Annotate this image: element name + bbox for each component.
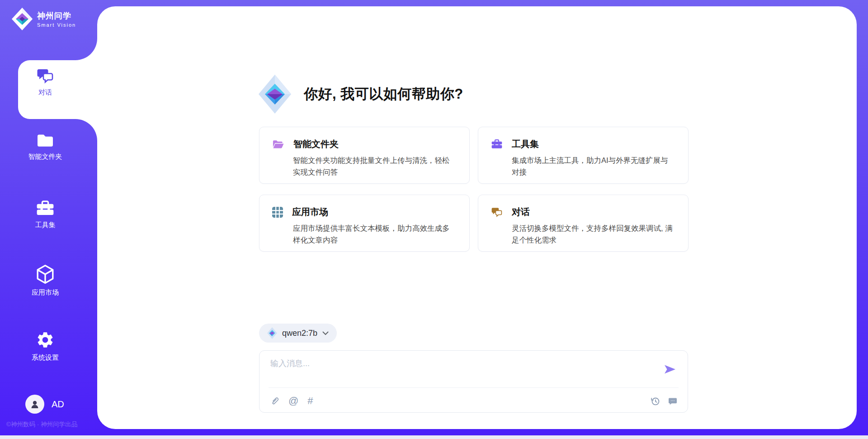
sidebar-item-settings[interactable]: 系统设置 — [0, 330, 90, 362]
card-description: 灵活切换多模型文件，支持多样回复效果调试, 满足个性化需求 — [512, 222, 675, 246]
card-description: 集成市场上主流工具，助力AI与外界无缝扩展与对接 — [512, 154, 675, 178]
card-toolset[interactable]: 工具集 集成市场上主流工具，助力AI与外界无缝扩展与对接 — [478, 127, 689, 184]
greeting: 你好, 我可以如何帮助你? — [259, 74, 463, 114]
tab-fillet-top — [75, 38, 97, 60]
folder-icon — [36, 133, 54, 148]
card-description: 智能文件夹功能支持批量文件上传与清洗，轻松实现文件问答 — [293, 154, 456, 178]
folder-open-icon — [272, 139, 284, 149]
feature-cards: 智能文件夹 智能文件夹功能支持批量文件上传与清洗，轻松实现文件问答 工具集 集成… — [259, 127, 689, 252]
sidebar: 神州问学 Smart Vision 对话 智能文 — [0, 0, 97, 439]
hashtag-icon[interactable]: # — [307, 396, 313, 406]
sidebar-item-label: 对话 — [0, 88, 90, 97]
window-bottom-edge — [0, 435, 868, 439]
card-title: 应用市场 — [292, 206, 328, 218]
sidebar-item-chat[interactable]: 对话 — [0, 68, 90, 97]
assistant-logo-icon — [259, 75, 291, 114]
mention-icon[interactable]: @ — [288, 396, 298, 406]
chat-icon — [491, 207, 503, 218]
sidebar-item-label: 应用市场 — [0, 288, 90, 297]
sidebar-item-label: 智能文件夹 — [0, 153, 90, 161]
sidebar-item-toolset[interactable]: 工具集 — [0, 200, 90, 229]
card-app-market[interactable]: 应用市场 应用市场提供丰富长文本模板，助力高效生成多样化文章内容 — [259, 195, 470, 252]
sidebar-item-label: 系统设置 — [0, 353, 90, 362]
user-profile[interactable]: AD — [25, 395, 64, 414]
card-smart-folder[interactable]: 智能文件夹 智能文件夹功能支持批量文件上传与清洗，轻松实现文件问答 — [259, 127, 470, 184]
copyright-footer: ©神州数码 · 神州问学出品 — [6, 420, 77, 429]
sidebar-item-smart-folder[interactable]: 智能文件夹 — [0, 133, 90, 161]
composer-toolbar: @ # — [270, 392, 678, 410]
card-title: 智能文件夹 — [293, 138, 339, 150]
feedback-bubble-icon[interactable] — [668, 396, 678, 406]
toolbox-icon — [491, 139, 503, 149]
chevron-down-icon — [322, 331, 329, 335]
card-title: 工具集 — [512, 138, 539, 150]
greeting-text: 你好, 我可以如何帮助你? — [304, 85, 463, 104]
card-title: 对话 — [512, 206, 530, 218]
send-button[interactable] — [664, 364, 676, 376]
send-icon — [664, 364, 676, 374]
history-icon[interactable] — [650, 396, 660, 406]
composer-divider — [269, 387, 679, 388]
gear-icon — [36, 330, 55, 349]
person-icon — [29, 399, 40, 410]
user-name: AD — [52, 399, 64, 410]
sidebar-item-app-market[interactable]: 应用市场 — [0, 264, 90, 297]
model-name: qwen2:7b — [282, 329, 317, 338]
grid-icon — [272, 207, 283, 218]
chat-icon — [36, 68, 54, 84]
model-logo-icon — [267, 327, 277, 339]
model-selector[interactable]: qwen2:7b — [259, 324, 337, 343]
avatar — [25, 395, 44, 414]
app-window: 神州问学 Smart Vision 对话 智能文 — [0, 0, 868, 439]
card-chat[interactable]: 对话 灵活切换多模型文件，支持多样回复效果调试, 满足个性化需求 — [478, 195, 689, 252]
cube-icon — [36, 264, 55, 284]
message-composer: @ # — [259, 350, 688, 413]
card-description: 应用市场提供丰富长文本模板，助力高效生成多样化文章内容 — [293, 222, 456, 246]
sidebar-item-label: 工具集 — [0, 221, 90, 229]
message-input[interactable] — [270, 358, 659, 384]
app-subtitle: Smart Vision — [37, 22, 76, 28]
main-panel: 你好, 我可以如何帮助你? 智能文件夹 智能文件夹功能支持批量文件上传与清洗，轻… — [97, 6, 857, 429]
app-title: 神州问学 — [37, 10, 76, 21]
attach-icon[interactable] — [270, 396, 279, 406]
app-logo-icon — [12, 8, 33, 30]
toolbox-icon — [36, 200, 55, 217]
app-logo: 神州问学 Smart Vision — [12, 8, 76, 30]
